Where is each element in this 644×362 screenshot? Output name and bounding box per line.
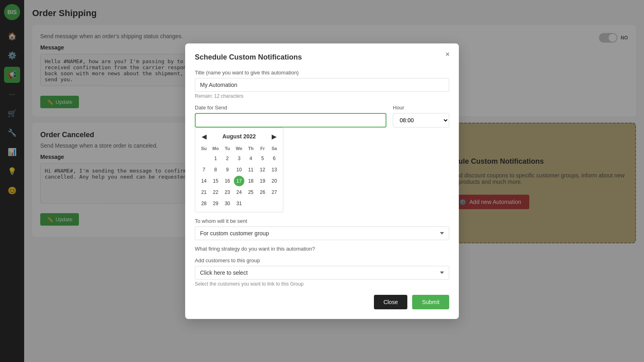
close-button[interactable]: Close <box>374 295 408 309</box>
group-form-group: Add customers to this group Click here t… <box>195 257 449 287</box>
calendar-day[interactable]: 21 <box>199 187 209 197</box>
group-label: Add customers to this group <box>195 257 449 263</box>
calendar-day[interactable]: 2 <box>222 153 233 164</box>
calendar-next-button[interactable]: ▶ <box>272 133 277 140</box>
calendar-day[interactable]: 5 <box>257 153 268 164</box>
calendar-day[interactable]: 30 <box>222 198 233 209</box>
calendar-day-header: We <box>233 144 244 152</box>
calendar-day[interactable]: 16 <box>222 176 233 186</box>
calendar-day[interactable]: 28 <box>199 198 209 209</box>
recipient-label: To whom will it be sent <box>195 218 449 224</box>
calendar-day[interactable]: 18 <box>246 176 256 186</box>
date-input[interactable] <box>195 113 386 128</box>
firing-form-group: What firing strategy do you want in this… <box>195 246 449 252</box>
calendar-day[interactable]: 9 <box>222 165 233 175</box>
calendar-day[interactable]: 7 <box>199 165 209 175</box>
calendar-day[interactable]: 19 <box>257 176 268 186</box>
calendar-day[interactable]: 10 <box>234 165 244 175</box>
calendar-day[interactable]: 15 <box>211 176 221 186</box>
calendar-month-title: August 2022 <box>222 133 256 140</box>
calendar-day-header: Th <box>246 144 256 152</box>
date-label: Date for Send <box>195 105 386 111</box>
calendar-day[interactable]: 29 <box>211 198 221 209</box>
calendar-day[interactable]: 26 <box>257 187 268 197</box>
modal-close-button[interactable]: × <box>443 50 452 60</box>
modal-footer: Close Submit <box>195 295 449 309</box>
modal-title: Schedule Custom Notifications <box>195 53 449 62</box>
calendar-day[interactable]: 1 <box>211 153 221 164</box>
calendar-day[interactable]: 24 <box>234 187 244 197</box>
calendar-header: ◀ August 2022 ▶ <box>198 131 280 142</box>
calendar-day[interactable]: 13 <box>269 165 279 175</box>
calendar-day[interactable]: 25 <box>246 187 256 197</box>
hour-label: Hour <box>393 105 449 111</box>
title-form-group: Title (name you want to give this automa… <box>195 70 449 99</box>
calendar-day-header: Mo <box>210 144 221 152</box>
calendar-day[interactable]: 22 <box>211 187 221 197</box>
calendar-day-header: Tu <box>222 144 233 152</box>
calendar-day[interactable]: 12 <box>257 165 268 175</box>
recipient-form-group: To whom will it be sent For custom custo… <box>195 218 449 240</box>
calendar-day[interactable]: 11 <box>246 165 256 175</box>
calendar-day[interactable]: 27 <box>269 187 279 197</box>
recipient-select[interactable]: For custom customer group <box>195 226 449 240</box>
group-hint: Select the customers you want to link to… <box>195 281 449 287</box>
group-select[interactable]: Click here to select <box>195 266 449 280</box>
calendar-day-header: Fr <box>257 144 268 152</box>
date-hour-row: Date for Send ◀ August 2022 ▶ SuMoTuWeTh… <box>195 105 449 218</box>
calendar-prev-button[interactable]: ◀ <box>202 133 206 140</box>
title-input[interactable] <box>195 78 449 92</box>
calendar-day[interactable]: 23 <box>222 187 233 197</box>
calendar-day-header: Su <box>198 144 209 152</box>
submit-button[interactable]: Submit <box>412 295 449 309</box>
hour-select[interactable]: 08:00 09:00 10:00 <box>393 113 449 128</box>
modal-overlay: Schedule Custom Notifications × Title (n… <box>0 0 644 362</box>
calendar-day[interactable]: 14 <box>199 176 209 186</box>
calendar-day[interactable]: 6 <box>269 153 279 164</box>
date-form-group: Date for Send ◀ August 2022 ▶ SuMoTuWeTh… <box>195 105 386 212</box>
firing-label: What firing strategy do you want in this… <box>195 246 449 252</box>
calendar-day[interactable]: 3 <box>234 153 244 164</box>
calendar-day[interactable]: 8 <box>211 165 221 175</box>
calendar-day[interactable]: 4 <box>246 153 256 164</box>
calendar-day[interactable]: 20 <box>269 176 279 186</box>
calendar-day[interactable]: 17 <box>234 176 244 186</box>
calendar: ◀ August 2022 ▶ SuMoTuWeThFrSa1234567891… <box>195 128 283 212</box>
calendar-grid: SuMoTuWeThFrSa12345678910111213141516171… <box>198 144 280 209</box>
schedule-modal: Schedule Custom Notifications × Title (n… <box>185 43 459 319</box>
calendar-day[interactable]: 31 <box>234 198 244 209</box>
calendar-day-header: Sa <box>269 144 280 152</box>
title-hint: Remain: 12 characters <box>195 93 449 99</box>
title-label: Title (name you want to give this automa… <box>195 70 449 76</box>
hour-form-group: Hour 08:00 09:00 10:00 <box>393 105 449 128</box>
